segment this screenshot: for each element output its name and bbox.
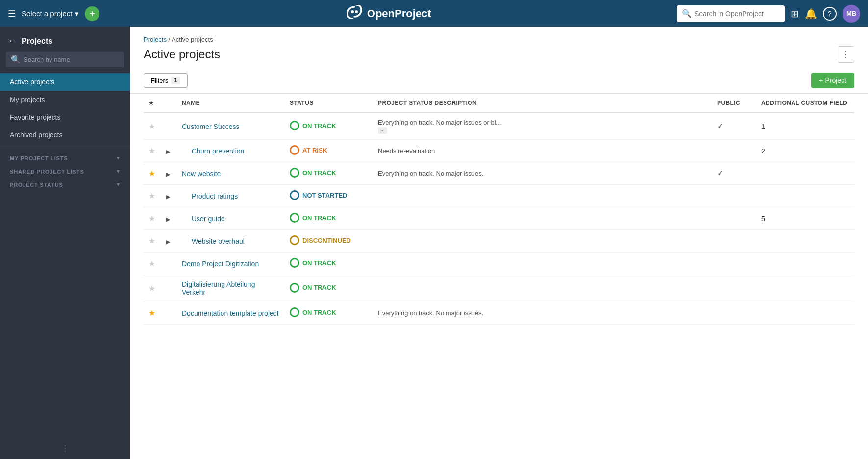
my-project-lists-section[interactable]: MY PROJECT LISTS ▾ — [0, 150, 130, 163]
status-dot — [290, 283, 299, 293]
status-dot — [290, 190, 299, 200]
status-text: ON TRACK — [302, 284, 336, 291]
col-header-public[interactable]: PUBLIC — [712, 94, 756, 113]
project-link[interactable]: Documentation template project — [182, 309, 279, 317]
add-project-quick-button[interactable]: + — [85, 6, 99, 21]
star-cell[interactable]: ★ — [144, 162, 161, 185]
global-search-box[interactable]: 🔍 — [677, 5, 785, 22]
project-link[interactable]: New website — [182, 170, 221, 178]
sidebar-search-input[interactable] — [24, 56, 119, 63]
col-header-star: ★ — [144, 94, 161, 113]
svg-point-1 — [355, 10, 358, 13]
status-cell: ON TRACK — [285, 253, 373, 275]
sidebar-search-icon: 🔍 — [11, 55, 21, 64]
status-cell: DISCONTINUED — [285, 230, 373, 253]
expand-cell[interactable]: ▶ — [161, 162, 177, 185]
back-icon[interactable]: ← — [8, 36, 17, 46]
project-selector[interactable]: Select a project ▾ — [22, 9, 79, 18]
top-nav-icons: ⊞ 🔔 ? — [791, 7, 837, 21]
expand-cell[interactable]: ▶ — [161, 140, 177, 162]
public-cell — [712, 230, 756, 253]
description-cell: Everything on track. No major issues or … — [373, 113, 712, 140]
help-icon[interactable]: ? — [823, 7, 837, 21]
global-search-input[interactable] — [694, 10, 780, 18]
sidebar-item-archived-projects[interactable]: Archived projects — [0, 126, 130, 144]
filters-label: Filters — [151, 77, 168, 84]
star-cell[interactable]: ★ — [144, 230, 161, 253]
grid-icon[interactable]: ⊞ — [791, 8, 799, 20]
search-icon: 🔍 — [682, 9, 692, 18]
star-cell[interactable]: ★ — [144, 302, 161, 325]
public-cell: ✓ — [712, 113, 756, 140]
status-text: AT RISK — [302, 147, 327, 154]
col-header-status[interactable]: STATUS — [285, 94, 373, 113]
col-header-custom[interactable]: ADDITIONAL CUSTOM FIELD — [756, 94, 854, 113]
expand-icon[interactable]: ▶ — [166, 194, 170, 200]
star-cell[interactable]: ★ — [144, 207, 161, 230]
main-layout: ← Projects 🔍 Active projects My projects… — [0, 27, 868, 459]
avatar[interactable]: MB — [843, 5, 860, 23]
sidebar-item-favorite-projects[interactable]: Favorite projects — [0, 108, 130, 126]
star-cell[interactable]: ★ — [144, 253, 161, 275]
star-cell[interactable]: ★ — [144, 185, 161, 207]
expand-icon[interactable]: ▶ — [166, 171, 170, 177]
status-dot — [290, 213, 299, 223]
more-options-button[interactable]: ⋮ — [838, 46, 854, 63]
expand-cell[interactable]: ▶ — [161, 230, 177, 253]
description-cell: Everything on track. No major issues. — [373, 302, 712, 325]
star-cell[interactable]: ★ — [144, 275, 161, 302]
public-checkmark: ✓ — [717, 169, 723, 178]
project-status-section[interactable]: PROJECT STATUS ▾ — [0, 177, 130, 190]
chevron-down-icon: ▾ — [117, 181, 120, 188]
project-link[interactable]: User guide — [192, 215, 225, 223]
public-cell — [712, 275, 756, 302]
expand-cell[interactable]: ▶ — [161, 185, 177, 207]
logo-icon — [346, 5, 363, 22]
custom-field-cell: 2 — [756, 140, 854, 162]
description-more-button[interactable]: ··· — [378, 127, 387, 134]
star-cell[interactable]: ★ — [144, 113, 161, 140]
custom-field-cell — [756, 253, 854, 275]
project-link[interactable]: Product ratings — [192, 192, 238, 200]
projects-table: ★ NAME STATUS PROJECT STATUS DESCRIPTION… — [144, 94, 854, 325]
star-cell[interactable]: ★ — [144, 140, 161, 162]
project-link[interactable]: Website overhaul — [192, 237, 245, 245]
project-link[interactable]: Demo Project Digitization — [182, 260, 259, 268]
expand-icon[interactable]: ▶ — [166, 149, 170, 154]
project-name-cell: Customer Success — [177, 113, 285, 140]
table-header: ★ NAME STATUS PROJECT STATUS DESCRIPTION… — [144, 94, 854, 113]
status-cell: ON TRACK — [285, 162, 373, 185]
add-project-button[interactable]: + Project — [811, 73, 854, 88]
status-dot — [290, 258, 299, 268]
breadcrumb-projects-link[interactable]: Projects — [144, 36, 167, 43]
logo: OpenProject — [105, 5, 671, 22]
sidebar-item-my-projects[interactable]: My projects — [0, 91, 130, 108]
status-dot — [290, 145, 299, 155]
project-link[interactable]: Churn prevention — [192, 147, 244, 155]
sidebar-search[interactable]: 🔍 — [6, 52, 124, 67]
status-text: DISCONTINUED — [302, 237, 351, 244]
status-cell: ON TRACK — [285, 302, 373, 325]
breadcrumb: Projects / Active projects — [144, 36, 854, 43]
expand-cell — [161, 253, 177, 275]
sidebar-nav: Active projects My projects Favorite pro… — [0, 73, 130, 144]
expand-icon[interactable]: ▶ — [166, 239, 170, 245]
notifications-icon[interactable]: 🔔 — [805, 8, 817, 20]
status-cell: NOT STARTED — [285, 185, 373, 207]
project-name-cell: Product ratings — [177, 185, 285, 207]
public-checkmark: ✓ — [717, 122, 723, 130]
sidebar-item-active-projects[interactable]: Active projects — [0, 73, 130, 91]
project-link[interactable]: Digitalisierung Abteilung Verkehr — [182, 280, 255, 296]
col-header-name[interactable]: NAME — [177, 94, 285, 113]
project-link[interactable]: Customer Success — [182, 123, 239, 130]
shared-project-lists-section[interactable]: SHARED PROJECT LISTS ▾ — [0, 163, 130, 177]
sidebar-header: ← Projects — [0, 27, 130, 52]
hamburger-icon[interactable]: ☰ — [8, 8, 16, 19]
filters-button[interactable]: Filters 1 — [144, 73, 188, 88]
page-title: Active projects — [144, 48, 220, 61]
sidebar-resizer[interactable]: ⋮ — [0, 438, 130, 459]
expand-icon[interactable]: ▶ — [166, 216, 170, 222]
expand-cell[interactable]: ▶ — [161, 207, 177, 230]
sidebar-title: Projects — [22, 37, 52, 46]
col-header-desc[interactable]: PROJECT STATUS DESCRIPTION — [373, 94, 712, 113]
